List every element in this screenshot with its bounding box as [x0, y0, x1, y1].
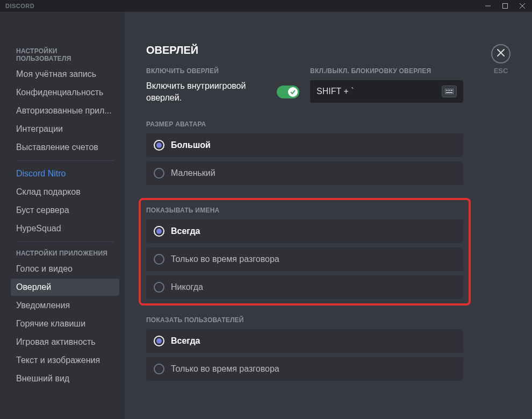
settings-layer: НАСТРОЙКИ ПОЛЬЗОВАТЕЛЯ Моя учётная запис…	[0, 12, 532, 419]
radio-label: Только во время разговора	[171, 254, 279, 264]
enable-label: ВКЛЮЧИТЬ ОВЕРЛЕЙ	[146, 67, 299, 75]
close-icon	[497, 48, 505, 59]
svg-rect-0	[503, 4, 508, 9]
radio-label: Всегда	[171, 336, 200, 346]
highlighted-section: ПОКАЗЫВАТЬ ИМЕНА Всегда Только во время …	[139, 198, 471, 306]
radio-label: Большой	[171, 140, 211, 150]
close-panel: ESC	[491, 44, 511, 75]
app-name: DISCORD	[5, 3, 34, 9]
sidebar-item-overlay[interactable]: Оверлей	[11, 279, 119, 296]
page-title: ОВЕРЛЕЙ	[146, 44, 463, 56]
sidebar-item-authorized[interactable]: Авторизованные прил...	[11, 102, 119, 119]
sidebar-item-account[interactable]: Моя учётная запись	[11, 66, 119, 83]
radio-label: Маленький	[171, 168, 215, 178]
esc-label: ESC	[494, 67, 508, 75]
window-controls	[480, 0, 530, 12]
window-close-button[interactable]	[515, 0, 530, 12]
radio-users-talking[interactable]: Только во время разговора	[146, 357, 463, 381]
sidebar-header-user: НАСТРОЙКИ ПОЛЬЗОВАТЕЛЯ	[11, 44, 119, 66]
settings-sidebar: НАСТРОЙКИ ПОЛЬЗОВАТЕЛЯ Моя учётная запис…	[0, 12, 125, 419]
sidebar-item-nitro[interactable]: Discord Nitro	[11, 165, 119, 182]
radio-icon	[154, 140, 164, 151]
radio-names-always[interactable]: Всегда	[146, 219, 463, 243]
window-maximize-button[interactable]	[498, 0, 513, 12]
sidebar-header-app: НАСТРОЙКИ ПРИЛОЖЕНИЯ	[11, 246, 119, 260]
keyboard-icon	[442, 86, 457, 97]
radio-icon	[154, 168, 164, 179]
enable-text: Включить внутриигровой оверлей.	[146, 80, 271, 104]
svg-rect-1	[445, 89, 454, 94]
sidebar-item-voice[interactable]: Голос и видео	[11, 260, 119, 278]
avatar-size-label: РАЗМЕР АВАТАРА	[146, 120, 463, 128]
radio-label: Никогда	[171, 282, 203, 292]
sidebar-item-giftinv[interactable]: Склад подарков	[11, 183, 119, 201]
keybind-value: SHIFT + `	[317, 87, 354, 96]
sidebar-item-gameactivity[interactable]: Игровая активность	[11, 333, 119, 351]
sidebar-item-hypesquad[interactable]: HypeSquad	[11, 220, 119, 237]
sidebar-item-boost[interactable]: Буст сервера	[11, 202, 119, 219]
show-users-group: Всегда Только во время разговора	[146, 329, 463, 381]
svg-rect-6	[446, 92, 452, 93]
sidebar-item-textimages[interactable]: Текст и изображения	[11, 352, 119, 369]
radio-icon	[154, 364, 164, 374]
radio-names-talking[interactable]: Только во время разговора	[146, 247, 463, 271]
radio-names-never[interactable]: Никогда	[146, 275, 463, 299]
settings-content: ESC ОВЕРЛЕЙ ВКЛЮЧИТЬ ОВЕРЛЕЙ Включить вн…	[125, 12, 532, 419]
window-minimize-button[interactable]	[480, 0, 495, 12]
svg-rect-4	[449, 90, 450, 91]
show-users-label: ПОКАЗАТЬ ПОЛЬЗОВАТЕЛЕЙ	[146, 316, 463, 324]
enable-overlay-toggle[interactable]	[277, 86, 299, 98]
avatar-size-group: Большой Маленький	[146, 133, 463, 185]
radio-icon	[154, 282, 164, 293]
radio-icon	[154, 226, 164, 237]
show-names-label: ПОКАЗЫВАТЬ ИМЕНА	[146, 207, 463, 214]
sidebar-item-appearance[interactable]: Внешний вид	[11, 370, 119, 387]
sidebar-item-privacy[interactable]: Конфиденциальность	[11, 84, 119, 101]
toggle-thumb	[288, 87, 298, 97]
sidebar-item-integrations[interactable]: Интеграции	[11, 120, 119, 138]
svg-rect-3	[448, 90, 449, 91]
lock-label: ВКЛ./ВЫКЛ. БЛОКИРОВКУ ОВЕРЛЕЯ	[310, 67, 463, 75]
close-settings-button[interactable]	[491, 44, 511, 63]
titlebar: DISCORD	[0, 0, 532, 12]
svg-rect-5	[451, 90, 452, 91]
radio-avatar-small[interactable]: Маленький	[146, 161, 463, 185]
radio-icon	[154, 336, 164, 346]
radio-avatar-big[interactable]: Большой	[146, 133, 463, 157]
svg-rect-2	[446, 90, 447, 91]
radio-users-always[interactable]: Всегда	[146, 329, 463, 353]
overlay-lock-keybind[interactable]: SHIFT + `	[310, 80, 463, 103]
radio-icon	[154, 254, 164, 265]
sidebar-item-keybinds[interactable]: Горячие клавиши	[11, 315, 119, 332]
sidebar-separator	[16, 160, 114, 161]
sidebar-separator	[16, 242, 114, 242]
enable-row: ВКЛЮЧИТЬ ОВЕРЛЕЙ Включить внутриигровой …	[146, 67, 463, 104]
check-icon	[290, 87, 296, 97]
sidebar-item-billing[interactable]: Выставление счетов	[11, 139, 119, 156]
radio-label: Только во время разговора	[171, 364, 279, 374]
show-names-group: Всегда Только во время разговора Никогда	[146, 219, 463, 299]
radio-label: Всегда	[171, 226, 200, 236]
sidebar-item-notifications[interactable]: Уведомления	[11, 297, 119, 314]
